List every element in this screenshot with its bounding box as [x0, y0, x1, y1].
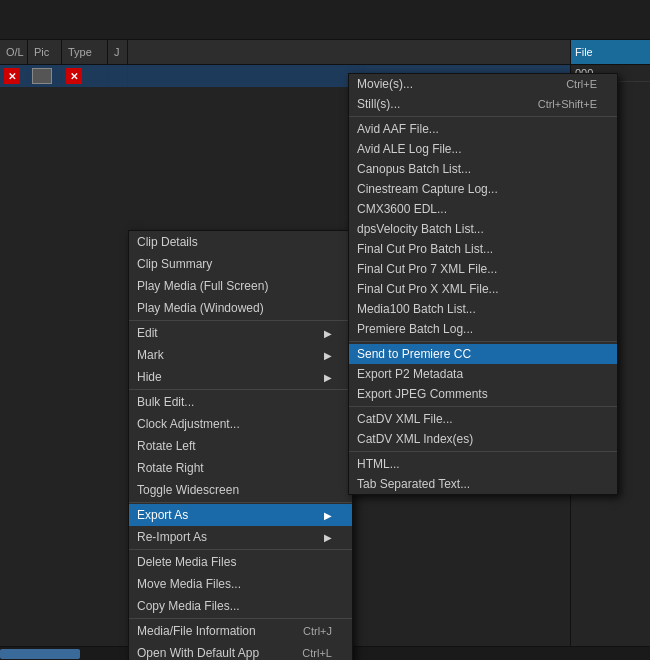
- table-header: O/L Pic Type J: [0, 40, 650, 65]
- export-menu-item-final-cut-pro-batch-list-[interactable]: Final Cut Pro Batch List...: [349, 239, 617, 259]
- menu-shortcut: Ctrl+J: [303, 625, 332, 637]
- menu-item-mark[interactable]: Mark▶: [129, 344, 352, 366]
- export-menu-label: CMX3600 EDL...: [357, 202, 447, 216]
- menu-item-toggle-widescreen[interactable]: Toggle Widescreen: [129, 479, 352, 503]
- menu-item-label: Open With Default App: [137, 646, 259, 660]
- export-menu-item-canopus-batch-list-[interactable]: Canopus Batch List...: [349, 159, 617, 179]
- divider: [349, 406, 617, 407]
- row-j: [108, 65, 128, 87]
- export-menu-shortcut: Ctrl+E: [566, 78, 597, 90]
- export-submenu[interactable]: Movie(s)...Ctrl+EStill(s)...Ctrl+Shift+E…: [348, 73, 618, 495]
- context-menu[interactable]: Clip DetailsClip SummaryPlay Media (Full…: [128, 230, 353, 660]
- export-menu-item-still-s-[interactable]: Still(s)...Ctrl+Shift+E: [349, 94, 617, 114]
- divider: [349, 341, 617, 342]
- menu-item-label: Copy Media Files...: [137, 599, 240, 613]
- export-menu-item-dpsvelocity-batch-list-[interactable]: dpsVelocity Batch List...: [349, 219, 617, 239]
- menu-item-label: Move Media Files...: [137, 577, 241, 591]
- export-menu-item-catdv-xml-file-[interactable]: CatDV XML File...: [349, 409, 617, 429]
- right-panel-header: File: [571, 40, 650, 65]
- menu-item-label: Bulk Edit...: [137, 395, 194, 409]
- export-menu-item-avid-ale-log-file-[interactable]: Avid ALE Log File...: [349, 139, 617, 159]
- menu-item-label: Edit: [137, 326, 158, 340]
- export-menu-item-avid-aaf-file-[interactable]: Avid AAF File...: [349, 119, 617, 139]
- scrollbar-thumb[interactable]: [0, 649, 80, 659]
- export-menu-item-export-p2-metadata[interactable]: Export P2 Metadata: [349, 364, 617, 384]
- menu-item-label: Clip Summary: [137, 257, 212, 271]
- menu-item-media-file-information[interactable]: Media/File InformationCtrl+J: [129, 620, 352, 642]
- export-menu-label: Final Cut Pro X XML File...: [357, 282, 499, 296]
- divider: [349, 451, 617, 452]
- top-bar: [0, 0, 650, 40]
- export-menu-label: Final Cut Pro Batch List...: [357, 242, 493, 256]
- export-menu-label: Send to Premiere CC: [357, 347, 471, 361]
- menu-item-label: Re-Import As: [137, 530, 207, 544]
- submenu-arrow-icon: ▶: [324, 510, 332, 521]
- export-menu-label: Export P2 Metadata: [357, 367, 463, 381]
- submenu-arrow-icon: ▶: [324, 328, 332, 339]
- export-menu-label: HTML...: [357, 457, 400, 471]
- export-menu-item-cmx3600-edl-[interactable]: CMX3600 EDL...: [349, 199, 617, 219]
- menu-item-move-media-files-[interactable]: Move Media Files...: [129, 573, 352, 595]
- export-menu-label: CatDV XML File...: [357, 412, 453, 426]
- export-menu-item-catdv-xml-index-es-[interactable]: CatDV XML Index(es): [349, 429, 617, 449]
- export-menu-item-html-[interactable]: HTML...: [349, 454, 617, 474]
- menu-item-bulk-edit-[interactable]: Bulk Edit...: [129, 391, 352, 413]
- export-menu-shortcut: Ctrl+Shift+E: [538, 98, 597, 110]
- export-menu-label: Movie(s)...: [357, 77, 413, 91]
- export-menu-label: Tab Separated Text...: [357, 477, 470, 491]
- export-menu-item-tab-separated-text-[interactable]: Tab Separated Text...: [349, 474, 617, 494]
- export-menu-label: Premiere Batch Log...: [357, 322, 473, 336]
- menu-item-label: Clip Details: [137, 235, 198, 249]
- col-pic: Pic: [28, 40, 62, 64]
- export-menu-label: Final Cut Pro 7 XML File...: [357, 262, 497, 276]
- export-menu-label: dpsVelocity Batch List...: [357, 222, 484, 236]
- menu-item-label: Hide: [137, 370, 162, 384]
- menu-item-clip-summary[interactable]: Clip Summary: [129, 253, 352, 275]
- export-menu-label: Cinestream Capture Log...: [357, 182, 498, 196]
- menu-item-hide[interactable]: Hide▶: [129, 366, 352, 390]
- menu-item-label: Delete Media Files: [137, 555, 236, 569]
- menu-item-clip-details[interactable]: Clip Details: [129, 231, 352, 253]
- type-x-icon: ✕: [66, 68, 82, 84]
- menu-item-re-import-as[interactable]: Re-Import As▶: [129, 526, 352, 550]
- export-menu-label: Export JPEG Comments: [357, 387, 488, 401]
- export-menu-item-export-jpeg-comments[interactable]: Export JPEG Comments: [349, 384, 617, 404]
- menu-item-label: Mark: [137, 348, 164, 362]
- menu-item-play-media-windowed-[interactable]: Play Media (Windowed): [129, 297, 352, 321]
- menu-item-export-as[interactable]: Export As▶: [129, 504, 352, 526]
- export-menu-item-final-cut-pro-7-xml-file-[interactable]: Final Cut Pro 7 XML File...: [349, 259, 617, 279]
- menu-item-label: Rotate Right: [137, 461, 204, 475]
- menu-item-play-media-full-screen-[interactable]: Play Media (Full Screen): [129, 275, 352, 297]
- x-icon: ✕: [4, 68, 20, 84]
- export-menu-label: Media100 Batch List...: [357, 302, 476, 316]
- export-menu-label: Still(s)...: [357, 97, 400, 111]
- submenu-arrow-icon: ▶: [324, 372, 332, 383]
- export-menu-item-send-to-premiere-cc[interactable]: Send to Premiere CC: [349, 344, 617, 364]
- export-menu-item-movie-s-[interactable]: Movie(s)...Ctrl+E: [349, 74, 617, 94]
- menu-item-label: Export As: [137, 508, 188, 522]
- export-menu-item-cinestream-capture-log-[interactable]: Cinestream Capture Log...: [349, 179, 617, 199]
- menu-item-label: Media/File Information: [137, 624, 256, 638]
- export-menu-item-premiere-batch-log-[interactable]: Premiere Batch Log...: [349, 319, 617, 339]
- menu-item-copy-media-files-[interactable]: Copy Media Files...: [129, 595, 352, 619]
- col-ol: O/L: [0, 40, 28, 64]
- divider: [349, 116, 617, 117]
- export-menu-item-final-cut-pro-x-xml-file-[interactable]: Final Cut Pro X XML File...: [349, 279, 617, 299]
- menu-item-rotate-right[interactable]: Rotate Right: [129, 457, 352, 479]
- row-pic: [28, 65, 62, 87]
- menu-item-label: Play Media (Full Screen): [137, 279, 268, 293]
- menu-item-open-with-default-app[interactable]: Open With Default AppCtrl+L: [129, 642, 352, 660]
- menu-item-rotate-left[interactable]: Rotate Left: [129, 435, 352, 457]
- menu-item-label: Clock Adjustment...: [137, 417, 240, 431]
- export-menu-label: Canopus Batch List...: [357, 162, 471, 176]
- export-menu-label: Avid AAF File...: [357, 122, 439, 136]
- menu-item-edit[interactable]: Edit▶: [129, 322, 352, 344]
- menu-item-delete-media-files[interactable]: Delete Media Files: [129, 551, 352, 573]
- menu-item-label: Rotate Left: [137, 439, 196, 453]
- menu-item-clock-adjustment-[interactable]: Clock Adjustment...: [129, 413, 352, 435]
- submenu-arrow-icon: ▶: [324, 350, 332, 361]
- col-type: Type: [62, 40, 108, 64]
- col-j: J: [108, 40, 128, 64]
- export-menu-item-media100-batch-list-[interactable]: Media100 Batch List...: [349, 299, 617, 319]
- submenu-arrow-icon: ▶: [324, 532, 332, 543]
